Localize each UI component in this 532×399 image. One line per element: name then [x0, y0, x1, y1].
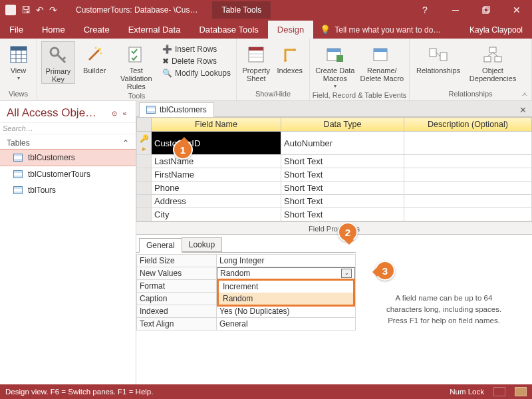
row-selector[interactable] — [137, 155, 152, 168]
help-icon[interactable]: ? — [410, 0, 440, 20]
nav-item-tblcustomers[interactable]: tblCustomers — [0, 149, 136, 166]
field-name-cell[interactable]: Address — [152, 195, 281, 208]
group-views: View▾ Views — [0, 39, 37, 100]
builder-button[interactable]: Builder — [78, 41, 112, 74]
nav-search[interactable]: Search… — [0, 123, 136, 134]
svg-rect-24 — [336, 55, 343, 62]
test-validation-button[interactable]: Test Validation Rules — [114, 41, 158, 90]
description-cell[interactable] — [404, 182, 532, 195]
row-selector[interactable] — [137, 168, 152, 182]
nav-item-tbltours[interactable]: tblTours — [0, 182, 136, 198]
select-all[interactable] — [137, 118, 152, 132]
datasheet-view-icon[interactable] — [493, 387, 505, 396]
nav-group-tables[interactable]: Tables⌃ — [0, 134, 136, 149]
property-sheet-button[interactable]: Property Sheet — [241, 41, 272, 82]
tab-create[interactable]: Create — [74, 21, 119, 39]
tab-file[interactable]: File — [0, 21, 33, 39]
description-cell[interactable] — [404, 155, 532, 168]
collapse-ribbon-icon[interactable]: ㅅ — [521, 90, 528, 99]
insert-rows-button[interactable]: ➕Insert Rows — [161, 44, 232, 55]
description-cell[interactable] — [404, 168, 532, 182]
design-area: tblCustomers ✕ Field Name Data Type Desc… — [136, 101, 532, 384]
svg-rect-23 — [327, 49, 340, 52]
prop-label: Text Align — [137, 318, 217, 331]
data-type-cell[interactable]: Short Text — [281, 155, 404, 168]
prop-field-size[interactable]: Long Integer — [217, 255, 356, 267]
object-tab-tblcustomers[interactable]: tblCustomers — [139, 102, 214, 117]
create-data-macros-button[interactable]: Create Data Macros▾ — [314, 41, 356, 90]
design-grid[interactable]: Field Name Data Type Description (Option… — [136, 117, 532, 221]
object-dependencies-button[interactable]: Object Dependencies — [466, 41, 520, 82]
option-random[interactable]: Random — [219, 293, 353, 305]
tab-design[interactable]: Design — [268, 21, 313, 39]
tab-external-data[interactable]: External Data — [119, 21, 190, 39]
indexes-button[interactable]: Indexes — [275, 41, 306, 74]
field-name-cell[interactable]: FirstName — [152, 168, 281, 182]
row-selector[interactable] — [137, 195, 152, 208]
user-name[interactable]: Kayla Claypool — [460, 21, 532, 39]
description-cell[interactable] — [404, 195, 532, 208]
row-selector[interactable] — [137, 182, 152, 195]
data-type-cell[interactable]: Short Text — [281, 168, 404, 182]
prop-new-values[interactable]: Random⌄ Increment Random — [217, 267, 356, 280]
data-type-cell[interactable]: Short Text — [281, 195, 404, 208]
group-events: Create Data Macros▾ Rename/ Delete Macro… — [310, 39, 410, 100]
view-button[interactable]: View▾ — [4, 41, 33, 82]
primary-key-button[interactable]: Primary Key — [41, 41, 75, 84]
property-sheet-icon — [245, 44, 267, 65]
restore-icon[interactable] — [471, 0, 501, 20]
svg-rect-28 — [440, 53, 447, 61]
tab-general[interactable]: General — [139, 238, 182, 253]
data-type-cell[interactable]: Short Text — [281, 182, 404, 195]
save-icon[interactable]: 🖫 — [21, 5, 31, 15]
tab-database-tools[interactable]: Database Tools — [190, 21, 267, 39]
delete-rows-icon: ✖ — [162, 57, 169, 66]
rename-delete-macro-button[interactable]: Rename/ Delete Macro — [359, 41, 405, 82]
prop-label: New Values — [137, 267, 217, 280]
property-help-text: A field name can be up to 64 characters … — [356, 235, 532, 384]
close-icon[interactable]: ✕ — [501, 0, 532, 20]
description-cell[interactable] — [404, 208, 532, 221]
data-type-cell[interactable]: Short Text — [281, 208, 404, 221]
macro-icon — [325, 44, 346, 65]
redo-icon[interactable]: ↷ — [49, 5, 57, 15]
svg-rect-15 — [129, 47, 141, 62]
bulb-icon: 💡 — [320, 25, 331, 35]
field-name-cell[interactable]: CustomerID — [152, 132, 281, 155]
modify-lookups-button[interactable]: 🔍Modify Lookups — [161, 68, 232, 78]
checklist-icon — [126, 44, 147, 65]
minimize-icon[interactable]: ─ — [440, 0, 471, 20]
field-name-cell[interactable]: City — [152, 208, 281, 221]
prop-label: Caption — [137, 293, 217, 305]
tell-me-search[interactable]: 💡Tell me what you want to do… — [313, 21, 448, 39]
field-name-cell[interactable]: LastName — [152, 155, 281, 168]
tab-lookup[interactable]: Lookup — [182, 237, 222, 252]
relationships-icon — [428, 44, 449, 65]
dropdown-icon[interactable]: ⌄ — [341, 269, 352, 278]
prop-indexed[interactable]: Yes (No Duplicates) — [217, 305, 356, 318]
data-type-cell[interactable]: AutoNumber — [281, 132, 404, 155]
prop-label: Indexed — [137, 305, 217, 318]
description-cell[interactable] — [404, 132, 532, 155]
option-increment[interactable]: Increment — [219, 281, 353, 293]
close-tab-icon[interactable]: ✕ — [514, 104, 532, 116]
svg-line-11 — [89, 49, 100, 60]
nav-header[interactable]: All Access Obje… — [7, 106, 109, 120]
delete-rows-button[interactable]: ✖Delete Rows — [161, 56, 232, 66]
design-view-icon[interactable] — [515, 387, 527, 396]
row-selector[interactable]: 🔑▸ — [137, 132, 152, 155]
col-field-name[interactable]: Field Name — [152, 118, 281, 132]
relationships-button[interactable]: Relationships — [414, 41, 463, 74]
nav-item-tblcustomertours[interactable]: tblCustomerTours — [0, 166, 136, 182]
col-data-type[interactable]: Data Type — [281, 118, 404, 132]
callout-2: 2 — [338, 222, 358, 242]
nav-dropdown-icon[interactable]: ⊙ — [109, 110, 120, 117]
col-description[interactable]: Description (Optional) — [404, 118, 532, 132]
undo-icon[interactable]: ↶ — [36, 5, 44, 15]
field-name-cell[interactable]: Phone — [152, 182, 281, 195]
tab-home[interactable]: Home — [33, 21, 74, 39]
row-selector[interactable] — [137, 208, 152, 221]
prop-text-align[interactable]: General — [217, 318, 356, 331]
nav-collapse-icon[interactable]: « — [120, 110, 129, 117]
rename-macro-icon — [371, 44, 392, 65]
